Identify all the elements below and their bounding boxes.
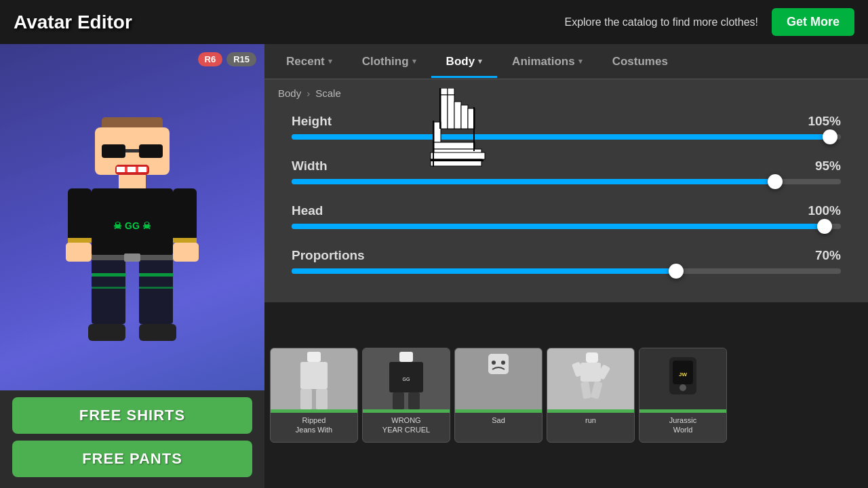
tab-body[interactable]: Body ▾: [431, 45, 498, 78]
item-thumb-wrong-year: GG: [363, 348, 450, 413]
svg-point-67: [679, 384, 686, 391]
svg-rect-38: [139, 273, 173, 277]
top-bar-right: Explore the catalog to find more clothes…: [564, 8, 854, 36]
svg-rect-61: [580, 381, 591, 399]
item-card-ripped-jeans[interactable]: Ripped Jeans With: [270, 348, 358, 443]
svg-rect-33: [68, 238, 92, 243]
item-thumb-ripped-jeans: [271, 348, 357, 413]
chevron-down-icon: ▾: [578, 57, 583, 66]
svg-rect-23: [117, 167, 125, 172]
svg-rect-40: [139, 287, 173, 289]
scale-content: Height 105% Width 95%: [264, 107, 868, 302]
avatar-area: R6 R15: [0, 44, 264, 420]
svg-rect-18: [102, 144, 125, 158]
item-label-sad: Sad: [489, 413, 508, 425]
width-slider-track[interactable]: [292, 179, 841, 184]
head-slider-thumb[interactable]: [817, 219, 832, 234]
width-value: 95%: [815, 159, 841, 174]
svg-rect-54: [488, 354, 509, 374]
item-label-run: run: [583, 413, 599, 425]
svg-rect-29: [68, 188, 92, 243]
avatar-figure: ☠ GG ☠: [51, 110, 214, 361]
svg-rect-35: [92, 256, 125, 324]
svg-rect-66: [689, 394, 694, 408]
proportions-slider-thumb[interactable]: [669, 264, 684, 279]
svg-rect-42: [124, 253, 140, 262]
svg-rect-47: [300, 389, 312, 409]
height-slider-thumb[interactable]: [823, 129, 837, 144]
free-buttons-panel: FREE SHIRTS FREE PANTS: [0, 390, 264, 488]
svg-rect-44: [139, 324, 176, 341]
item-label-ripped-jeans: Ripped Jeans With: [293, 413, 335, 435]
svg-rect-31: [66, 243, 92, 262]
svg-text:JW: JW: [679, 371, 687, 378]
proportions-label: Proportions: [292, 248, 365, 263]
chevron-down-icon: ▾: [478, 57, 482, 66]
svg-rect-53: [408, 392, 420, 409]
svg-rect-48: [316, 389, 328, 409]
breadcrumb: Body › Scale: [264, 79, 868, 107]
tab-recent[interactable]: Recent ▾: [271, 45, 347, 78]
height-row: Height 105%: [292, 114, 841, 140]
green-bar: [547, 409, 634, 413]
svg-rect-52: [393, 392, 404, 409]
item-card-wrong-year[interactable]: GG WRONG YEAR CRUEL: [362, 348, 450, 443]
height-value: 105%: [808, 114, 841, 129]
height-slider-track[interactable]: [292, 134, 841, 140]
proportions-value: 70%: [815, 248, 841, 263]
svg-text:☠ GG ☠: ☠ GG ☠: [113, 220, 151, 231]
right-panel: Recent ▾ Clothing ▾ Body ▾ Animations ▾ …: [264, 44, 868, 488]
svg-rect-26: [119, 175, 146, 188]
r15-badge[interactable]: R15: [226, 52, 256, 66]
breadcrumb-scale[interactable]: Scale: [315, 87, 341, 99]
svg-rect-58: [580, 363, 601, 382]
svg-rect-34: [173, 238, 197, 243]
proportions-slider-fill: [292, 268, 676, 274]
tab-costumes[interactable]: Costumes: [597, 45, 683, 78]
item-thumb-run: [547, 348, 634, 413]
svg-rect-62: [591, 380, 603, 399]
free-shirts-button[interactable]: FREE SHIRTS: [12, 397, 252, 434]
free-pants-button[interactable]: FREE PANTS: [12, 441, 252, 477]
width-label: Width: [292, 159, 328, 174]
item-card-run[interactable]: run: [547, 348, 635, 443]
catalog-text: Explore the catalog to find more clothes…: [564, 16, 758, 28]
svg-rect-57: [586, 352, 598, 363]
item-thumb-sad: [455, 348, 542, 413]
item-label-jurassic-world: Jurassic World: [667, 413, 699, 435]
svg-rect-37: [92, 273, 125, 277]
app-title: Avatar Editor: [14, 12, 132, 33]
head-value: 100%: [808, 203, 841, 218]
head-slider-track[interactable]: [292, 224, 841, 229]
svg-rect-43: [88, 324, 125, 341]
head-row: Head 100%: [292, 203, 841, 229]
width-slider-thumb[interactable]: [768, 174, 783, 189]
head-label: Head: [292, 203, 323, 218]
green-bar: [455, 409, 542, 413]
get-more-button[interactable]: Get More: [772, 8, 854, 36]
svg-point-55: [492, 361, 496, 365]
breadcrumb-body[interactable]: Body: [278, 87, 301, 99]
svg-rect-30: [173, 188, 197, 243]
nav-tabs: Recent ▾ Clothing ▾ Body ▾ Animations ▾ …: [264, 44, 868, 79]
width-row: Width 95%: [292, 159, 841, 184]
svg-rect-65: [671, 394, 677, 408]
height-label: Height: [292, 114, 332, 129]
item-thumb-jurassic-world: JW: [639, 348, 726, 413]
chevron-down-icon: ▾: [412, 57, 416, 66]
tab-clothing[interactable]: Clothing ▾: [347, 45, 431, 78]
width-slider-fill: [292, 179, 775, 184]
svg-rect-25: [138, 167, 146, 172]
item-label-wrong-year: WRONG YEAR CRUEL: [380, 413, 433, 435]
svg-rect-19: [139, 144, 163, 158]
items-strip: Ripped Jeans With GG WRONG: [264, 302, 868, 488]
svg-rect-32: [173, 243, 199, 262]
proportions-slider-track[interactable]: [292, 268, 841, 274]
item-card-sad[interactable]: Sad: [454, 348, 542, 443]
r6-badge[interactable]: R6: [198, 52, 223, 66]
proportions-row: Proportions 70%: [292, 248, 841, 274]
tab-animations[interactable]: Animations ▾: [497, 45, 597, 78]
item-card-jurassic-world[interactable]: JW Jurassic World: [639, 348, 727, 443]
green-bar: [271, 409, 357, 413]
top-bar: Avatar Editor Explore the catalog to fin…: [0, 0, 868, 44]
